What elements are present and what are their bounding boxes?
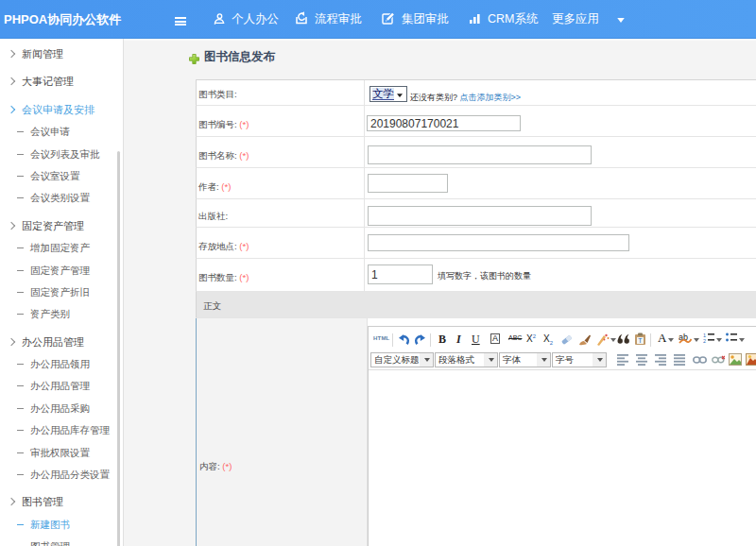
svg-text:T: T (638, 337, 643, 344)
svg-text:2: 2 (703, 338, 706, 344)
